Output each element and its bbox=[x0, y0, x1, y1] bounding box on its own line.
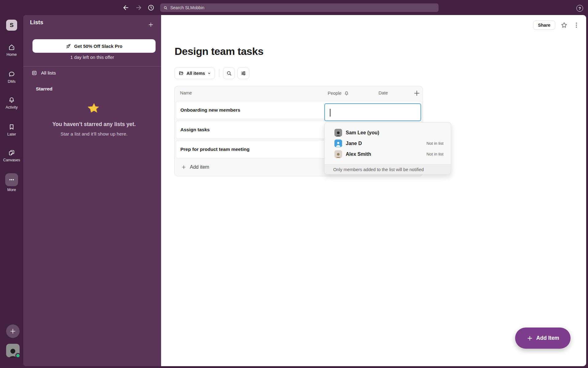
rail-item-activity[interactable]: Activity bbox=[0, 96, 23, 109]
slack-app-window: ? S Home DMs Activity Later Canvases Mor… bbox=[0, 0, 588, 368]
promo-label: Get 50% Off Slack Pro bbox=[74, 44, 123, 49]
member-name: Sam Lee (you) bbox=[346, 130, 440, 136]
create-new-button[interactable] bbox=[6, 324, 20, 338]
rail-item-label: Canvases bbox=[3, 158, 20, 162]
plus-icon bbox=[148, 21, 154, 28]
rocket-icon bbox=[66, 43, 71, 49]
sidebar-item-all-lists[interactable]: All lists bbox=[31, 68, 154, 78]
scope-label: All items bbox=[187, 71, 205, 76]
item-name: Assign tasks bbox=[180, 127, 210, 132]
lists-sidebar: Lists Get 50% Off Slack Pro 1 day left o… bbox=[23, 15, 161, 366]
people-picker-dropdown: Sam Lee (you) Jane D Not in list Alex Sm… bbox=[324, 122, 451, 174]
rail-item-canvases[interactable]: Canvases bbox=[0, 149, 23, 162]
promo-expiry-note: 1 day left on this offer bbox=[23, 55, 161, 60]
share-button[interactable]: Share bbox=[533, 21, 555, 30]
member-option[interactable]: Alex Smith Not in list bbox=[325, 149, 451, 159]
member-option[interactable]: Jane D Not in list bbox=[325, 138, 451, 149]
sidebar-divider bbox=[23, 66, 161, 67]
plus-icon bbox=[181, 164, 187, 170]
member-name: Jane D bbox=[346, 141, 423, 146]
toolbar-separator bbox=[219, 69, 219, 77]
ellipsis-icon bbox=[5, 173, 18, 186]
rail-item-label: Activity bbox=[6, 105, 18, 109]
checklist-icon bbox=[31, 70, 37, 76]
bell-icon bbox=[344, 91, 349, 96]
rail-item-later[interactable]: Later bbox=[0, 123, 23, 136]
history-menu-button[interactable] bbox=[147, 4, 155, 11]
rail-item-label: DMs bbox=[8, 79, 16, 84]
bookmark-icon bbox=[8, 123, 15, 131]
filter-sliders-icon bbox=[240, 70, 247, 76]
folder-icon bbox=[178, 70, 184, 76]
rail-item-more[interactable]: More bbox=[0, 173, 23, 192]
items-scope-dropdown[interactable]: All items bbox=[174, 67, 215, 79]
list-view-panel: Share Design team tasks All items Name bbox=[161, 15, 586, 366]
presence-indicator bbox=[15, 353, 21, 358]
column-header-name[interactable]: Name bbox=[180, 90, 192, 95]
more-options-button[interactable] bbox=[573, 21, 580, 29]
star-list-button[interactable] bbox=[560, 21, 568, 29]
rail-item-label: Home bbox=[6, 52, 17, 57]
column-header-people[interactable]: People bbox=[328, 90, 349, 96]
empty-state-subtext: Star a list and it’ll show up here. bbox=[27, 131, 161, 137]
member-name: Alex Smith bbox=[346, 151, 423, 157]
member-status: Not in list bbox=[426, 152, 443, 156]
bell-icon bbox=[8, 96, 15, 104]
chevron-down-icon bbox=[207, 71, 211, 75]
starred-empty-state: You haven’t starred any lists yet. Star … bbox=[27, 103, 161, 137]
chat-bubble-icon bbox=[8, 71, 15, 78]
add-column-button[interactable] bbox=[413, 89, 421, 97]
history-forward-button[interactable] bbox=[135, 4, 143, 11]
fab-label: Add Item bbox=[536, 335, 559, 341]
sidebar-title: Lists bbox=[30, 19, 43, 26]
member-avatar bbox=[334, 140, 342, 147]
search-in-list-button[interactable] bbox=[223, 67, 235, 79]
workspace-switcher[interactable]: S bbox=[6, 20, 17, 31]
home-icon bbox=[8, 44, 15, 51]
starred-section-header: Starred bbox=[36, 86, 52, 92]
empty-state-heading: You haven’t starred any lists yet. bbox=[27, 121, 161, 128]
question-mark-icon: ? bbox=[579, 6, 581, 11]
text-cursor bbox=[330, 109, 330, 117]
add-item-fab[interactable]: Add Item bbox=[515, 328, 571, 349]
member-avatar bbox=[334, 150, 342, 158]
page-title: Design team tasks bbox=[175, 45, 263, 57]
global-search-bar[interactable] bbox=[160, 3, 439, 12]
rail-item-label: More bbox=[7, 188, 16, 192]
filter-settings-button[interactable] bbox=[237, 67, 249, 79]
item-name: Onboarding new members bbox=[180, 107, 240, 113]
clock-history-icon bbox=[147, 4, 155, 11]
add-item-label: Add item bbox=[190, 164, 209, 170]
workspace-rail: S Home DMs Activity Later Canvases More bbox=[0, 15, 23, 366]
history-back-button[interactable] bbox=[122, 4, 130, 11]
star-emoji-icon bbox=[88, 103, 100, 115]
rail-item-label: Later bbox=[7, 132, 16, 136]
item-name: Prep for product team meeting bbox=[180, 147, 250, 152]
search-icon bbox=[226, 70, 232, 76]
plus-icon bbox=[9, 328, 17, 335]
rail-item-home[interactable]: Home bbox=[0, 44, 23, 57]
new-list-button[interactable] bbox=[147, 21, 155, 29]
plus-icon bbox=[526, 335, 533, 342]
search-input[interactable] bbox=[170, 5, 435, 10]
member-status: Not in list bbox=[426, 141, 443, 146]
member-avatar bbox=[334, 129, 342, 136]
filter-toolbar: All items bbox=[174, 67, 249, 79]
canvases-icon bbox=[8, 149, 15, 156]
help-button[interactable]: ? bbox=[576, 5, 583, 12]
search-icon bbox=[163, 6, 168, 10]
column-header-date[interactable]: Date bbox=[379, 90, 388, 95]
member-option[interactable]: Sam Lee (you) bbox=[325, 127, 451, 138]
rail-item-dms[interactable]: DMs bbox=[0, 71, 23, 84]
arrow-right-icon bbox=[135, 4, 142, 11]
sidebar-item-label: All lists bbox=[41, 70, 56, 76]
top-bar: ? bbox=[0, 0, 588, 15]
people-cell-editor[interactable] bbox=[324, 103, 421, 121]
picker-footer-note: Only members added to the list will be n… bbox=[325, 164, 451, 174]
slack-pro-promo-button[interactable]: Get 50% Off Slack Pro bbox=[32, 39, 156, 53]
table-header: Name People Date bbox=[175, 86, 423, 101]
arrow-left-icon bbox=[122, 4, 130, 11]
